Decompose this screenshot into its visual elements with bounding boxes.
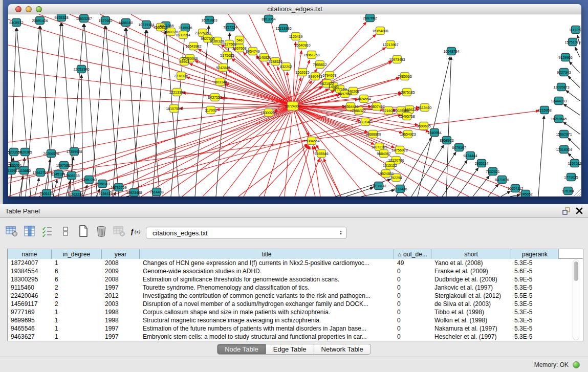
table-cell[interactable]: 5.6E-5 [511,268,559,275]
table-cell[interactable]: 1 [52,325,102,332]
table-cell[interactable]: 5.3E-5 [511,300,559,308]
table-cell[interactable]: 0 [394,309,431,316]
tab-edge-table[interactable]: Edge Table [266,344,314,355]
network-window-titlebar[interactable]: citations_edges.txt [8,4,581,14]
table-cell[interactable]: 9115460 [8,284,52,291]
table-cell[interactable]: Hescheler et al. (1997) [431,333,511,340]
table-row[interactable]: 1938455462009Genome-wide association stu… [8,267,583,275]
left-splitter-strip[interactable] [0,0,3,204]
column-header-short[interactable]: short [431,249,511,259]
table-cell[interactable]: 9777169 [8,309,52,316]
table-row[interactable]: 1872400712008Changes of HCN gene express… [8,259,583,267]
table-cell[interactable]: 18300295 [8,276,52,283]
table-cell[interactable]: Yano et al. (2008) [431,259,511,267]
table-cell[interactable]: 1 [52,333,102,340]
table-cell[interactable]: 5.5E-5 [511,292,559,299]
table-cell[interactable]: 0 [394,317,431,324]
table-cell[interactable]: 9699695 [8,317,52,324]
table-cell[interactable]: 2003 [102,300,140,308]
table-cell[interactable]: 9463627 [8,333,52,340]
table-row[interactable]: 2242004622012Investigating the contribut… [8,292,583,300]
create-column-button[interactable] [77,226,90,239]
table-cell[interactable]: 6 [52,268,102,275]
table-cell[interactable]: 1998 [102,309,140,316]
table-cell[interactable]: Corpus callosum shape and size in male p… [140,309,394,316]
table-cell[interactable]: 5.3E-5 [511,284,559,291]
table-cell[interactable]: Embryonic stem cells: a model to study s… [140,333,394,340]
table-cell[interactable]: Disruption of a novel member of a sodium… [140,300,394,308]
select-columns-button[interactable]: ✓✓✓ [41,226,54,239]
column-header-pagerank[interactable]: pagerank [511,249,559,259]
network-canvas[interactable]: 6405572206914069155328106532871527602646… [8,14,581,196]
table-cell[interactable]: Estimation of the future numbers of pati… [140,325,394,332]
table-cell[interactable]: 0 [394,276,431,283]
tab-network-table[interactable]: Network Table [314,344,371,355]
table-cell[interactable]: 1 [52,317,102,324]
table-cell[interactable]: 1 [52,259,102,267]
table-row[interactable]: 946554611997Estimation of the future num… [8,324,583,333]
table-options-button[interactable] [5,226,18,239]
column-header-title[interactable]: title [140,249,394,259]
table-cell[interactable]: Changes of HCN gene expression and I(f) … [140,259,394,267]
delete-column-button[interactable] [95,226,108,239]
table-cell[interactable]: 5.3E-5 [511,309,559,316]
table-cell[interactable]: 0 [394,284,431,291]
table-cell[interactable]: 2008 [102,259,140,267]
table-cell[interactable]: Dudbridge et al. (2008) [431,276,511,283]
table-cell[interactable]: 0 [394,325,431,332]
table-cell[interactable]: 2 [52,292,102,299]
table-cell[interactable]: 22420046 [8,292,52,299]
table-cell[interactable]: Stergiakouli et al. (2012) [431,292,511,299]
table-cell[interactable]: 18724007 [8,259,52,267]
function-builder-button[interactable]: f(x) [130,226,144,239]
table-cell[interactable]: 2009 [102,268,140,275]
table-cell[interactable]: 2 [52,284,102,291]
table-cell[interactable]: Nakamura et al. (1997) [431,325,511,332]
column-header-name[interactable]: name [8,249,52,259]
table-row[interactable]: 1456911722003Disruption of a novel membe… [8,300,583,308]
table-cell[interactable]: 2012 [102,292,140,299]
table-cell[interactable]: 0 [394,292,431,299]
tab-node-table[interactable]: Node Table [217,344,266,355]
table-row[interactable]: 1830029562008Estimation of significance … [8,275,583,283]
table-vertical-scrollbar[interactable] [573,259,579,340]
table-cell[interactable]: de Silva et al. (2003) [431,300,511,308]
table-cell[interactable]: Structural magnetic resonance image aver… [140,317,394,324]
table-cell[interactable]: 5.3E-5 [511,333,559,340]
table-cell[interactable]: 0 [394,268,431,275]
table-cell[interactable]: 2008 [102,276,140,283]
table-cell[interactable]: Tibbo et al. (1998) [431,309,511,316]
table-cell[interactable]: Genome-wide association studies in ADHD. [140,268,394,275]
column-header-in_degree[interactable]: in_degree [52,249,102,259]
table-cell[interactable]: Franke et al. (2009) [431,268,511,275]
table-cell[interactable]: 1998 [102,317,140,324]
table-cell[interactable]: 5.3E-5 [511,325,559,332]
column-header-year[interactable]: year [102,249,140,259]
table-cell[interactable]: Investigating the contribution of common… [140,292,394,299]
column-header-out_de[interactable]: △out_de... [394,249,431,259]
close-panel-icon[interactable] [576,207,583,214]
table-cell[interactable]: 5.3E-5 [511,317,559,324]
table-cell[interactable]: 6 [52,276,102,283]
table-cell[interactable]: 0 [394,333,431,340]
delete-table-button[interactable] [113,226,126,239]
resize-grip-icon[interactable] [574,189,581,196]
table-cell[interactable]: 1997 [102,284,140,291]
table-cell[interactable]: 0 [394,300,431,308]
show-columns-button[interactable] [23,226,36,239]
scrollbar-thumb[interactable] [574,261,578,281]
table-row[interactable]: 977716911998Corpus callosum shape and si… [8,308,583,316]
network-canvas-container[interactable]: 6405572206914069155328106532871527602646… [8,14,581,196]
row-height-button[interactable] [59,226,72,239]
table-cell[interactable]: Estimation of significance thresholds fo… [140,276,394,283]
table-cell[interactable]: 2 [52,300,102,308]
table-cell[interactable]: 19384554 [8,268,52,275]
table-cell[interactable]: 5.9E-5 [511,276,559,283]
table-cell[interactable]: Tourette syndrome. Phenomenology and cla… [140,284,394,291]
table-cell[interactable]: 1997 [102,325,140,332]
table-cell[interactable]: 5.3E-5 [511,259,559,267]
table-row[interactable]: 946362711997Embryonic stem cells: a mode… [8,333,583,341]
table-cell[interactable]: 1997 [102,333,140,340]
table-cell[interactable]: 9465546 [8,325,52,332]
table-cell[interactable]: 14569117 [8,300,52,308]
